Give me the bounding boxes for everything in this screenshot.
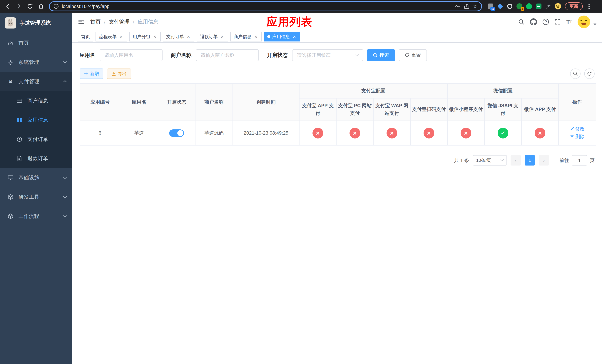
tab-app-info[interactable]: 应用信息	[264, 32, 300, 42]
search-icon[interactable]	[518, 19, 525, 25]
search-form: 应用名 商户名称 开启状态 请选择开启状态 搜索 重置	[80, 49, 595, 61]
app-name-input[interactable]	[100, 49, 162, 61]
close-icon[interactable]	[186, 34, 191, 39]
col-wx-mini: 微信小程序支付	[447, 98, 484, 121]
font-size-icon[interactable]: TT	[566, 19, 572, 25]
avatar-caret-icon[interactable]	[593, 23, 596, 25]
profile-avatar-icon[interactable]	[555, 3, 561, 10]
cell-app-name: 芋道	[120, 121, 158, 146]
browser-menu-icon[interactable]	[586, 4, 592, 9]
chrome-update-button[interactable]: 更新	[565, 2, 583, 10]
sidebar-item-app-info[interactable]: 应用信息	[0, 110, 72, 130]
extension-record-icon[interactable]	[506, 3, 513, 10]
delete-link-label: 删除	[575, 133, 585, 140]
cell-app-id: 6	[80, 121, 120, 146]
share-icon[interactable]	[464, 3, 470, 9]
help-icon[interactable]	[543, 19, 549, 25]
prev-page-button[interactable]	[511, 155, 521, 166]
site-info-icon[interactable]	[53, 3, 59, 9]
app-logo[interactable]: 芋道管理系统	[0, 13, 72, 33]
col-alipay-app: 支付宝 APP 支付	[299, 98, 336, 121]
goto-prefix: 前往	[559, 157, 569, 164]
col-alipay-qr: 支付宝扫码支付	[410, 98, 447, 121]
home-icon[interactable]	[36, 1, 46, 11]
sidebar-item-pay-orders[interactable]: 支付订单	[0, 130, 72, 149]
sidebar-item-label: 退款订单	[27, 155, 48, 162]
github-icon[interactable]	[530, 18, 537, 25]
col-status: 开启状态	[158, 84, 195, 121]
breadcrumb: 首页 / 支付管理 / 应用信息	[90, 18, 159, 25]
current-page-button[interactable]: 1	[525, 155, 535, 166]
toggle-search-icon[interactable]	[570, 68, 580, 79]
merchant-name-label: 商户名称	[171, 52, 191, 59]
close-icon[interactable]	[292, 34, 297, 39]
sidebar-item-home[interactable]: 首页	[0, 33, 72, 53]
breadcrumb-payment[interactable]: 支付管理	[109, 18, 129, 25]
tab-refund-orders[interactable]: 退款订单	[197, 32, 228, 42]
enable-toggle[interactable]	[169, 129, 184, 137]
extension-puzzle-icon[interactable]: 10	[487, 3, 494, 10]
sidebar-item-payment[interactable]: ¥ 支付管理	[0, 72, 72, 91]
sidebar-item-infra[interactable]: 基础设施	[0, 168, 72, 187]
sidebar-item-label: 系统管理	[19, 59, 39, 66]
page-title: 应用列表	[266, 14, 312, 30]
sidebar-item-system[interactable]: 系统管理	[0, 53, 72, 72]
tab-process-form[interactable]: 流程表单	[96, 32, 127, 42]
url-text[interactable]: localhost:1024/pay/app	[62, 4, 452, 9]
close-icon[interactable]	[253, 34, 258, 39]
back-icon[interactable]	[3, 1, 13, 11]
status-select[interactable]: 请选择开启状态	[292, 49, 363, 61]
dashboard-icon	[7, 40, 14, 46]
sidebar-item-refund-orders[interactable]: 退款订单	[0, 149, 72, 168]
user-avatar[interactable]	[578, 16, 590, 28]
page-size-select[interactable]: 10条/页	[473, 155, 507, 166]
close-icon[interactable]	[152, 34, 157, 39]
close-icon[interactable]	[118, 34, 124, 39]
chevron-down-icon	[63, 175, 67, 179]
extension-wechat-icon[interactable]	[526, 3, 532, 10]
active-dot-icon	[267, 35, 270, 38]
extension-doc-icon[interactable]	[535, 3, 542, 10]
tab-merchant-info[interactable]: 商户信息	[230, 32, 262, 42]
delete-link[interactable]: 删除	[570, 133, 585, 140]
breadcrumb-separator: /	[133, 19, 134, 25]
address-bar[interactable]: localhost:1024/pay/app ☆	[49, 1, 482, 11]
tab-home[interactable]: 首页	[78, 32, 93, 42]
edit-link[interactable]: 修改	[570, 125, 585, 132]
sidebar-item-workflow[interactable]: 工作流程	[0, 207, 72, 226]
box-icon	[7, 213, 14, 219]
tab-label: 退款订单	[200, 34, 218, 40]
extension-green-icon[interactable]: 1	[516, 3, 523, 10]
close-icon[interactable]	[220, 34, 225, 39]
add-button-label: 新增	[90, 71, 99, 77]
goto-page-input[interactable]	[572, 155, 587, 166]
tab-pay-orders[interactable]: 支付订单	[163, 32, 194, 42]
yen-icon: ¥	[7, 78, 14, 85]
add-button[interactable]: 新增	[80, 68, 103, 79]
fullscreen-icon[interactable]	[554, 19, 561, 25]
hamburger-icon[interactable]	[78, 19, 85, 25]
app-name-label: 应用名	[80, 52, 95, 59]
tab-user-group[interactable]: 用户分组	[129, 32, 161, 42]
sidebar-item-label: 基础设施	[19, 174, 39, 181]
pin-icon[interactable]	[545, 3, 552, 10]
bookmark-star-icon[interactable]: ☆	[473, 3, 478, 9]
export-button-label: 导出	[118, 71, 127, 77]
forward-icon[interactable]	[14, 1, 24, 11]
tab-label: 用户分组	[133, 34, 150, 40]
next-page-button[interactable]	[539, 155, 549, 166]
status-select-placeholder: 请选择开启状态	[297, 52, 331, 58]
breadcrumb-home[interactable]: 首页	[90, 18, 101, 25]
reload-icon[interactable]	[25, 1, 35, 11]
merchant-name-input[interactable]	[196, 49, 259, 61]
extension-diamond-icon[interactable]	[497, 3, 504, 10]
reset-button[interactable]: 重置	[399, 49, 427, 61]
col-created: 创建时间	[233, 84, 299, 121]
refresh-table-icon[interactable]	[584, 68, 595, 79]
password-key-icon[interactable]	[455, 3, 461, 9]
status-label: 开启状态	[267, 52, 288, 59]
sidebar-item-merchant-info[interactable]: 商户信息	[0, 91, 72, 110]
search-button[interactable]: 搜索	[367, 49, 395, 61]
sidebar-item-devtools[interactable]: 研发工具	[0, 187, 72, 207]
export-button[interactable]: 导出	[107, 68, 131, 79]
